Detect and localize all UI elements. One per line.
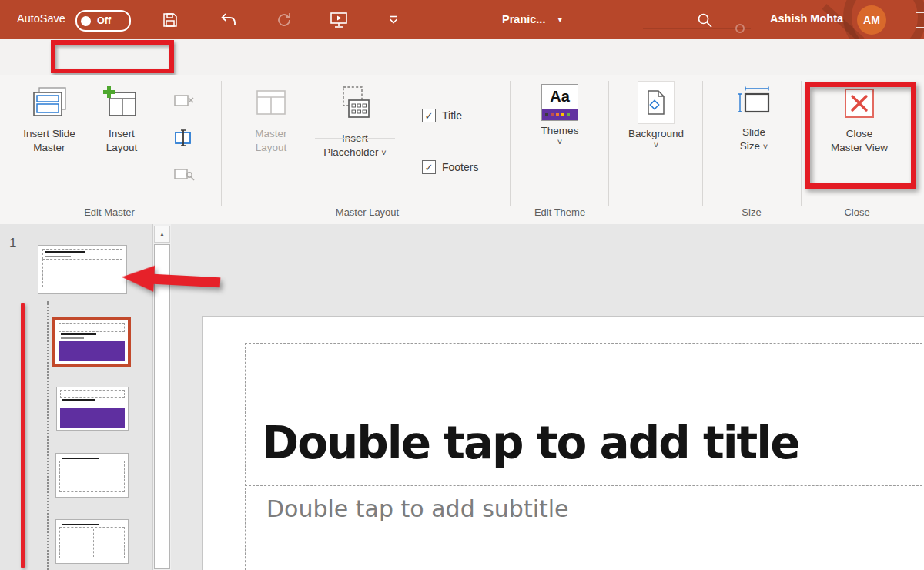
split-button-divider	[315, 138, 395, 139]
title-bar: AutoSave Off Pranic... ▾	[0, 0, 924, 39]
themes-button[interactable]: Aa Themes ˅	[525, 84, 594, 173]
ribbon-tab-row: File Slide Master Home Insert Transition…	[0, 39, 924, 75]
button-label: Insert Slide	[14, 127, 85, 141]
undo-button[interactable]	[219, 10, 239, 30]
search-button[interactable]	[695, 10, 715, 30]
slide-number: 1	[9, 236, 16, 251]
group-label-master-layout: Master Layout	[313, 206, 421, 218]
annotation-close-highlight	[805, 82, 916, 189]
undo-icon	[220, 12, 237, 28]
thumbnail-layout-2[interactable]	[56, 387, 129, 431]
group-divider	[702, 81, 703, 206]
document-caret-icon: ▾	[557, 15, 562, 25]
group-divider	[510, 81, 511, 206]
chevron-down-icon: ˅	[381, 148, 386, 157]
account-name[interactable]: Ashish Mohta	[770, 12, 843, 25]
group-divider	[801, 81, 802, 206]
subtitle-placeholder-text[interactable]: Double tap to add subtitle	[266, 495, 569, 522]
insert-slide-master-button[interactable]: Insert Slide Master	[14, 86, 85, 175]
thumbnail-layout-3[interactable]	[55, 453, 129, 498]
button-label: Layout	[86, 141, 157, 155]
button-label: Placeholder	[323, 146, 378, 158]
start-slideshow-button[interactable]	[328, 9, 350, 31]
title-checkbox[interactable]: ✓ Title	[422, 109, 462, 122]
slide-size-icon	[735, 86, 773, 119]
group-divider	[221, 81, 222, 206]
search-icon	[697, 12, 713, 28]
group-label-edit-master: Edit Master	[63, 206, 156, 218]
master-layout-icon	[252, 86, 290, 121]
background-button[interactable]: Background ˅	[621, 81, 691, 170]
document-name-dropdown[interactable]: Pranic... ▾	[502, 11, 562, 28]
button-label: Size	[740, 140, 760, 152]
themes-icon: Aa	[541, 84, 578, 121]
slideshow-icon	[330, 11, 348, 29]
button-label: Master	[236, 127, 306, 141]
group-label-edit-theme: Edit Theme	[514, 206, 606, 218]
chevron-down-icon: ˅	[525, 138, 594, 146]
delete-button[interactable]	[172, 90, 196, 112]
quick-access-more-button[interactable]	[385, 12, 402, 28]
button-label: Themes	[525, 124, 594, 138]
avatar-initials: AM	[863, 14, 880, 26]
group-divider	[608, 81, 609, 206]
footers-checkbox[interactable]: ✓ Footers	[422, 160, 478, 174]
group-label-size: Size	[721, 206, 782, 218]
layout-tree-line	[47, 301, 49, 570]
checkbox-label: Title	[442, 109, 462, 122]
chevron-down-icon: ˅	[763, 142, 768, 151]
avatar[interactable]: AM	[857, 5, 886, 35]
save-icon	[162, 12, 179, 28]
button-label: Slide	[718, 126, 789, 139]
button-label: Background	[621, 127, 691, 141]
preserve-icon	[173, 165, 195, 185]
annotation-arrow	[121, 263, 223, 300]
more-commands-icon	[388, 15, 399, 25]
thumbnail-layout-4[interactable]	[55, 519, 129, 564]
annotation-vertical-line	[21, 303, 25, 568]
preserve-button[interactable]	[172, 164, 196, 186]
group-label-close: Close	[819, 206, 896, 218]
button-label: Master	[14, 141, 85, 155]
button-label: Layout	[236, 141, 306, 155]
insert-placeholder-button[interactable]: Insert Placeholder ˅	[312, 86, 398, 175]
insert-layout-icon	[102, 86, 141, 121]
rename-button[interactable]	[172, 127, 196, 149]
master-layout-button[interactable]: Master Layout	[236, 86, 306, 175]
autosave-label: AutoSave	[17, 12, 65, 25]
redo-button[interactable]	[274, 10, 294, 30]
slide-size-button[interactable]: Slide Size ˅	[718, 86, 789, 175]
insert-slide-master-icon	[30, 86, 69, 121]
annotation-slide-master-highlight	[51, 40, 174, 73]
checkbox-checked-icon: ✓	[422, 160, 436, 174]
ribbon-options-icon[interactable]	[916, 12, 924, 28]
title-placeholder-text[interactable]: Double tap to add title	[262, 417, 798, 469]
delete-icon	[173, 92, 195, 110]
autosave-toggle[interactable]: Off	[75, 10, 131, 32]
scroll-up-arrow-icon: ▲	[159, 231, 166, 238]
ribbon: Insert Slide Master Insert Layout	[0, 75, 924, 225]
scrollbar-up-button[interactable]: ▲	[154, 226, 170, 243]
button-label: Insert	[86, 127, 157, 141]
save-button[interactable]	[160, 10, 180, 30]
document-name: Pranic...	[502, 13, 545, 25]
insert-placeholder-icon	[336, 86, 374, 122]
arrow-head	[121, 264, 155, 292]
thumbnail-layout-1-selected[interactable]	[52, 317, 131, 367]
slide-editing-canvas: Double tap to add title Double tap to ad…	[171, 224, 924, 570]
chevron-down-icon: ˅	[621, 141, 691, 149]
themes-color-strip	[542, 109, 578, 120]
autosave-state: Off	[97, 15, 111, 26]
arrow-body	[152, 274, 221, 288]
insert-layout-button[interactable]: Insert Layout	[86, 86, 157, 175]
toggle-knob-icon	[81, 16, 91, 26]
redo-icon	[276, 12, 293, 28]
checkbox-checked-icon: ✓	[422, 109, 436, 122]
themes-aa-text: Aa	[542, 85, 578, 109]
rename-icon	[173, 128, 195, 148]
background-icon	[645, 89, 667, 116]
checkbox-label: Footers	[442, 161, 478, 173]
thumbnail-slide-master[interactable]	[38, 245, 127, 294]
